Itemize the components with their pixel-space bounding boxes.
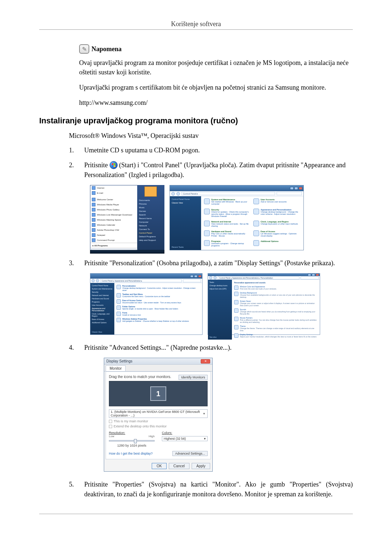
start-item[interactable]: Welcome Center (90, 197, 137, 202)
resolution-slider[interactable] (109, 440, 155, 442)
cancel-button[interactable]: Cancel (169, 463, 189, 469)
cp-category[interactable]: Hardware and SoundPlay CDs or other medi… (204, 230, 251, 238)
minimize-button[interactable] (190, 275, 193, 278)
start-item[interactable]: Notepad (90, 233, 137, 238)
side-link[interactable]: Programs (92, 301, 113, 303)
side-link[interactable]: Control Panel Home (92, 284, 113, 287)
apply-button[interactable]: Apply (192, 463, 210, 469)
nav-fwd-icon[interactable] (213, 276, 217, 279)
pers-item[interactable]: Desktop BackgroundChoose from available … (234, 292, 318, 298)
start-item[interactable]: Windows Meeting Space (90, 217, 137, 222)
appp-item[interactable]: Folder OptionsSpecify single- or double-… (117, 305, 200, 310)
side-link[interactable]: Additional Options (92, 321, 113, 324)
start-item[interactable]: Windows Calendar (90, 222, 137, 227)
nav-fwd-icon[interactable] (96, 279, 99, 282)
side-link[interactable]: Clock, Language, and Region (92, 313, 113, 317)
side-link[interactable]: System and Maintenance (92, 288, 113, 290)
cp-category[interactable]: Ease of AccessLet Windows suggest settin… (253, 230, 301, 238)
side-link[interactable]: Change desktop icons (209, 284, 230, 287)
breadcrumb[interactable]: Control Panel ▸ Appearance and Personali… (100, 279, 182, 282)
help-link[interactable]: How do I get the best display? (109, 452, 153, 455)
cp-category[interactable]: User AccountsAdd or remove user accounts (253, 198, 301, 206)
search-input[interactable] (183, 279, 201, 282)
appp-item[interactable]: Taskbar and Start MenuCustomize the Star… (117, 293, 200, 297)
start-right-item[interactable]: Default Programs (139, 235, 162, 238)
pers-item[interactable]: Window Color and AppearanceFine tune the… (234, 286, 318, 290)
pers-item[interactable]: ThemeChange the theme. Themes can change… (234, 325, 318, 332)
cp-category[interactable]: SecurityCheck for updates · Check this c… (204, 209, 251, 218)
side-link[interactable]: Network and Internet (92, 294, 113, 296)
start-right-item[interactable]: Network (139, 225, 162, 227)
all-programs[interactable]: ▸ All Programs (90, 243, 137, 248)
start-right-item[interactable]: Help and Support (139, 239, 162, 241)
pers-item[interactable]: Mouse PointersPick a different pointer. … (234, 317, 318, 323)
breadcrumb[interactable]: Control Panel ▸ Appearance and Personali… (218, 276, 299, 279)
maximize-button[interactable] (312, 274, 315, 276)
start-right-item[interactable]: Connect To (139, 228, 162, 230)
pers-item-display-settings[interactable]: Display SettingsAdjust your monitor reso… (234, 333, 318, 338)
start-right-item[interactable]: Music (139, 206, 162, 209)
monitor-well[interactable]: 1 (109, 381, 208, 406)
side-link[interactable]: Hardware and Sound (92, 297, 113, 300)
search-input[interactable] (301, 276, 319, 279)
start-right-item[interactable]: Search (139, 214, 162, 216)
minimize-button[interactable] (290, 187, 294, 190)
side-link[interactable]: Security (92, 291, 113, 293)
start-item[interactable]: Windows Photo Gallery (90, 207, 137, 212)
appp-item-personalization[interactable]: PersonalizationChange desktop background… (117, 285, 200, 291)
search-input[interactable] (277, 192, 302, 195)
breadcrumb[interactable]: Control Panel ▸ (181, 192, 275, 195)
start-right-item[interactable]: Games (139, 210, 162, 212)
close-button[interactable] (299, 187, 302, 190)
cp-category[interactable]: System and MaintenanceGet started with W… (204, 198, 251, 206)
step-number: 5. (69, 480, 77, 499)
maximize-button[interactable] (194, 275, 197, 278)
slider-thumb[interactable] (134, 439, 137, 443)
cp-category-appearance[interactable]: Appearance and PersonalizationChange des… (253, 209, 301, 218)
start-right-item[interactable]: Pictures (139, 203, 162, 205)
tab-monitor[interactable]: Monitor (106, 365, 126, 371)
cp-category[interactable]: Clock, Language, and RegionChange keyboa… (253, 221, 301, 228)
checkbox[interactable] (109, 425, 112, 428)
start-right-item[interactable]: Recent Items (139, 217, 162, 219)
side-link[interactable]: Ease of Access (92, 318, 113, 320)
nav-back-icon[interactable] (171, 192, 175, 196)
colors-select[interactable]: Highest (32 bit)▾ (162, 436, 208, 441)
start-item[interactable]: Windows Media Player (90, 202, 137, 207)
start-button-icon (110, 161, 118, 169)
start-right-item-control-panel[interactable]: Control Panel (139, 232, 162, 234)
identify-monitors-button[interactable]: Identify Monitors (179, 375, 208, 380)
close-button[interactable] (198, 275, 201, 278)
appp-item[interactable]: Windows Sidebar PropertiesAdd gadgets to… (117, 318, 200, 322)
side-link-active[interactable]: Appearance and Personalization (92, 307, 113, 312)
start-item[interactable]: Command Prompt (90, 238, 137, 243)
start-item[interactable]: Windows Live Messenger Download (90, 212, 137, 217)
start-item[interactable]: Internet (90, 185, 137, 190)
nav-back-icon[interactable] (209, 276, 212, 279)
nav-back-icon[interactable] (91, 279, 95, 282)
cp-category[interactable]: ProgramsUninstall a program · Change sta… (204, 240, 251, 248)
pers-item[interactable]: Screen SaverChange your screen saver or … (234, 300, 318, 307)
side-link[interactable]: User Accounts (92, 304, 113, 306)
appp-item[interactable]: Ease of Access CenterAccommodate low vis… (117, 299, 200, 304)
minimize-button[interactable] (308, 274, 311, 276)
side-link[interactable]: Adjust font size (DPI) (209, 288, 230, 290)
start-right-item[interactable]: Documents (139, 199, 162, 201)
appp-item[interactable]: FontsInstall or remove a font (117, 312, 200, 316)
maximize-button[interactable] (294, 187, 298, 190)
start-right-item[interactable]: Computer (139, 221, 162, 223)
checkbox[interactable] (109, 420, 112, 423)
monitor-select[interactable]: 1. (Multiple Monitors) on NVIDIA GeForce… (109, 409, 208, 418)
close-button[interactable]: ✕ (201, 359, 210, 364)
pers-item[interactable]: SoundsChange which sounds are heard when… (234, 308, 318, 315)
monitor-icon[interactable]: 1 (150, 386, 166, 401)
nav-fwd-icon[interactable] (176, 192, 180, 196)
advanced-settings-button[interactable]: Advanced Settings... (172, 451, 208, 456)
ok-button[interactable]: OK (152, 463, 166, 469)
cp-category[interactable]: Network and InternetView network status … (204, 221, 251, 228)
start-item[interactable]: E-mail (90, 190, 137, 196)
start-item[interactable]: Adobe Photoshop CS2 (90, 227, 137, 233)
side-link[interactable]: Classic View (172, 202, 199, 204)
cp-category[interactable]: Additional Options (253, 240, 301, 248)
close-button[interactable] (316, 274, 319, 276)
